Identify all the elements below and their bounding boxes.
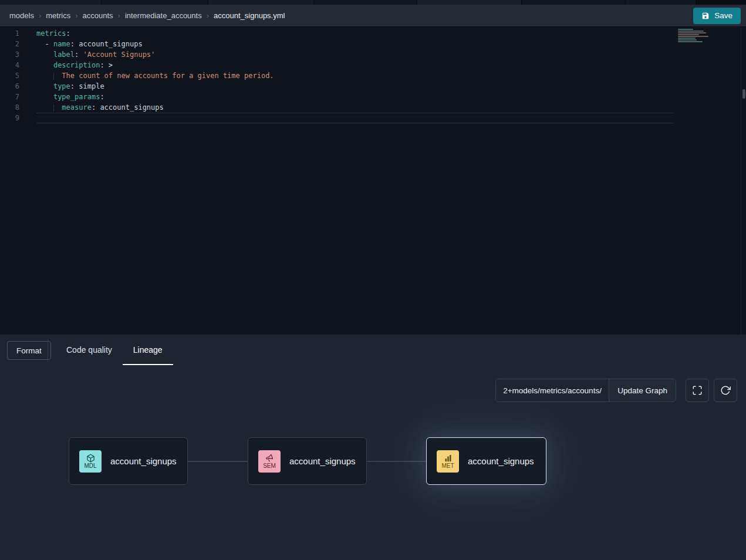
code-text: type: simple: [36, 81, 673, 92]
code-lines: 1metrics:2 - name: account_signups3 labe…: [0, 27, 746, 123]
code-text: The count of new accounts for a given ti…: [36, 70, 673, 81]
editor-tab[interactable]: [314, 0, 417, 5]
code-text: label: 'Account Signups': [36, 49, 673, 60]
line-number: 4: [0, 60, 19, 70]
code-editor[interactable]: 1metrics:2 - name: account_signups3 labe…: [0, 27, 746, 335]
semantic-badge-label: SEM: [263, 463, 276, 469]
breadcrumb-item[interactable]: models: [9, 11, 34, 20]
editor-tab[interactable]: [696, 0, 746, 5]
code-line[interactable]: 6 type: simple: [0, 81, 746, 92]
metric-badge: MET: [437, 450, 459, 473]
editor-tab[interactable]: [0, 0, 102, 5]
lineage-selector-input[interactable]: [496, 379, 609, 402]
cube-icon: [86, 454, 95, 463]
model-badge: MDL: [79, 450, 102, 473]
code-line[interactable]: 2 - name: account_signups: [0, 39, 746, 49]
code-text: measure: account_signups: [36, 102, 673, 113]
bottom-panel: Format Code quality Lineage Update Graph: [0, 335, 746, 560]
panel-tabs: Code quality Lineage: [56, 335, 173, 365]
breadcrumb-item[interactable]: metrics: [46, 11, 70, 20]
line-number: 2: [0, 39, 19, 49]
format-button[interactable]: Format: [7, 341, 51, 360]
minimap-line: [678, 29, 693, 30]
model-badge-label: MDL: [84, 463, 96, 469]
editor-scrollbar[interactable]: [741, 27, 746, 335]
minimap-line: [678, 39, 697, 41]
lineage-node-model[interactable]: MDL account_signups: [69, 437, 188, 485]
breadcrumb-item[interactable]: accounts: [83, 11, 113, 20]
lineage-selector-group: Update Graph: [495, 379, 676, 402]
megaphone-icon: [265, 454, 274, 463]
code-line[interactable]: 8 measure: account_signups: [0, 102, 746, 113]
minimap-line: [678, 36, 708, 37]
code-line[interactable]: 9: [0, 113, 746, 123]
save-icon: [701, 12, 710, 20]
node-label: account_signups: [468, 456, 534, 466]
minimap-line: [678, 38, 696, 39]
update-graph-button[interactable]: Update Graph: [609, 379, 676, 402]
tab-lineage[interactable]: Lineage: [123, 335, 173, 365]
editor-tab[interactable]: [208, 0, 314, 5]
code-text: metrics:: [36, 28, 673, 39]
breadcrumb-item[interactable]: intermediate_accounts: [125, 11, 202, 20]
code-line[interactable]: 4 description: >: [0, 60, 746, 70]
metric-badge-label: MET: [441, 463, 454, 469]
panel-divider: [48, 339, 48, 362]
code-text: - name: account_signups: [36, 39, 673, 49]
line-number: 9: [0, 113, 19, 123]
code-text: type_params:: [36, 92, 673, 102]
editor-tab[interactable]: [417, 0, 522, 5]
line-number: 5: [0, 70, 19, 81]
editor-tab[interactable]: [102, 0, 208, 5]
semantic-badge: SEM: [258, 450, 281, 473]
minimap-line: [678, 41, 703, 42]
line-number: 6: [0, 81, 19, 92]
save-button[interactable]: Save: [693, 8, 741, 24]
code-text: description: >: [36, 60, 673, 70]
line-number: 3: [0, 49, 19, 60]
lineage-edge: [188, 461, 248, 462]
line-number: 8: [0, 102, 19, 113]
refresh-icon: [720, 385, 731, 396]
lineage-node-metric[interactable]: MET account_signups: [426, 437, 546, 485]
lineage-node-semantic-model[interactable]: SEM account_signups: [248, 437, 367, 485]
refresh-button[interactable]: [714, 379, 737, 402]
code-line[interactable]: 5 The count of new accounts for a given …: [0, 70, 746, 81]
chevron-right-icon: ›: [39, 11, 41, 20]
minimap-line: [678, 31, 704, 32]
fullscreen-icon: [692, 385, 703, 396]
bar-chart-icon: [444, 454, 453, 463]
breadcrumb-bar: models › metrics › accounts › intermedia…: [0, 5, 746, 27]
chevron-right-icon: ›: [118, 11, 120, 20]
editor-tab[interactable]: [522, 0, 626, 5]
code-text: [36, 113, 673, 123]
breadcrumb-item-filename[interactable]: account_signups.yml: [214, 11, 285, 20]
minimap-line: [678, 34, 699, 35]
minimap[interactable]: [678, 29, 712, 45]
code-line[interactable]: 1metrics:: [0, 28, 746, 39]
chevron-right-icon: ›: [75, 11, 77, 20]
scrollbar-thumb[interactable]: [742, 89, 745, 99]
lineage-edge: [367, 461, 426, 462]
node-label: account_signups: [289, 456, 356, 466]
editor-tab-strip: [0, 0, 746, 5]
fullscreen-button[interactable]: [686, 379, 709, 402]
code-line[interactable]: 3 label: 'Account Signups': [0, 49, 746, 60]
node-label: account_signups: [110, 456, 177, 466]
code-line[interactable]: 7 type_params:: [0, 92, 746, 102]
chevron-right-icon: ›: [207, 11, 209, 20]
line-number: 7: [0, 92, 19, 102]
minimap-line: [678, 32, 706, 33]
line-number: 1: [0, 28, 19, 39]
editor-tab[interactable]: [626, 0, 696, 5]
tab-code-quality[interactable]: Code quality: [56, 335, 123, 365]
save-button-label: Save: [714, 11, 733, 20]
